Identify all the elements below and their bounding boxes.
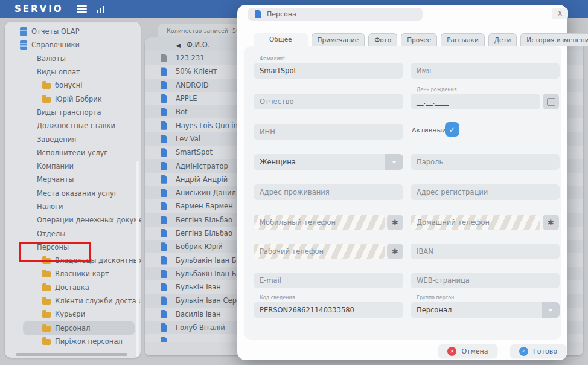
document-icon xyxy=(161,108,167,116)
active-checkbox[interactable] xyxy=(445,122,459,137)
chevron-down-icon[interactable] xyxy=(385,154,403,170)
gear-icon[interactable] xyxy=(543,215,559,230)
bar-chart-icon[interactable] xyxy=(97,5,104,13)
cancel-button[interactable]: Отмена xyxy=(438,344,497,358)
app-logo[interactable]: SERVIO xyxy=(14,4,63,15)
sidebar-item-label: Справочники xyxy=(31,40,80,49)
patronymic-field[interactable]: Отчество xyxy=(254,94,403,109)
sidebar-vertical-scrollbar[interactable] xyxy=(136,161,139,358)
sidebar-item[interactable]: Заведения xyxy=(5,132,141,146)
work-phone-field[interactable]: Рабочий телефон xyxy=(254,244,385,259)
address-registration-field[interactable]: Адрес регистрации xyxy=(411,184,560,200)
surname-field[interactable]: SmartSpot xyxy=(254,63,403,79)
sidebar-item[interactable]: Виды транспорта xyxy=(5,106,141,119)
sidebar-item[interactable]: бонусні xyxy=(5,79,141,92)
sidebar-item[interactable]: Компании xyxy=(5,160,141,173)
work-phone-placeholder: Рабочий телефон xyxy=(260,247,324,256)
sidebar-item[interactable]: Мерчанты xyxy=(5,173,141,186)
done-button[interactable]: Готово xyxy=(510,344,566,358)
mobile-phone-field[interactable]: Мобильный телефон xyxy=(254,215,385,230)
info-code-field[interactable]: PERSON268621140333580 xyxy=(254,302,403,318)
tab-label: История изменений xyxy=(526,36,588,44)
app-screen: SERVIO Отчеты OLAP Справочники Валюты Ви… xyxy=(0,0,588,365)
sidebar-item[interactable]: Отчеты OLAP xyxy=(5,25,141,38)
person-group-label: Группа персон xyxy=(417,295,454,300)
sidebar-item[interactable]: Персоны xyxy=(5,241,141,254)
sidebar-item-icon xyxy=(42,299,51,305)
sidebar-item[interactable]: Отделы xyxy=(5,227,141,240)
name-placeholder: Имя xyxy=(417,66,431,75)
web-page-field[interactable]: WEB-страница xyxy=(411,273,560,288)
sidebar-item-label: Места оказания услуг xyxy=(37,189,118,198)
tab[interactable]: Прочее xyxy=(401,33,437,46)
tab[interactable]: Дети xyxy=(488,33,517,46)
tab[interactable]: Общее xyxy=(254,33,308,46)
sidebar-item[interactable]: Владельцы дисконтных карт xyxy=(5,254,141,267)
sidebar-item[interactable]: Пиріжок персонал xyxy=(5,335,141,348)
menu-icon[interactable] xyxy=(77,5,87,13)
list-item-label: Беггінз Більбао xyxy=(176,229,232,237)
tab[interactable]: Рассылки xyxy=(441,33,484,46)
document-icon xyxy=(161,81,167,89)
sidebar-item[interactable]: Персонал xyxy=(23,321,135,335)
sidebar-item-label: Налоги xyxy=(37,202,63,211)
web-page-placeholder: WEB-страница xyxy=(417,276,470,285)
sidebar-item[interactable]: Должностные ставки xyxy=(5,119,141,132)
tab[interactable]: Примечание xyxy=(312,33,365,46)
close-button[interactable]: X xyxy=(552,8,568,19)
sidebar-item[interactable]: Исполнители услуг xyxy=(5,146,141,160)
address-residence-field[interactable]: Адрес проживания xyxy=(254,184,403,200)
sidebar-item[interactable]: Власники карт xyxy=(5,267,141,280)
sidebar-item-label: Мерчанты xyxy=(37,175,74,184)
address-residence-placeholder: Адрес проживания xyxy=(260,188,330,196)
sidebar-item[interactable]: Юрій Бобрик xyxy=(5,92,141,105)
person-group-select[interactable]: Персонал xyxy=(411,302,560,318)
chevron-down-icon[interactable] xyxy=(542,302,560,318)
list-item-label: 123 231 xyxy=(176,54,205,62)
password-field[interactable]: Пароль xyxy=(411,154,560,170)
sidebar-item-label: Должностные ставки xyxy=(37,121,115,130)
gear-icon[interactable] xyxy=(387,215,403,230)
list-item-label: Голуб Віталій xyxy=(176,323,225,332)
sidebar-item-label: Отделы xyxy=(37,230,65,238)
email-field[interactable]: E-mail xyxy=(254,273,403,288)
sidebar-item-label: Валюты xyxy=(37,54,66,63)
tab[interactable]: История изменений xyxy=(520,33,588,46)
sidebar-item-icon xyxy=(42,312,51,318)
inn-placeholder: ИНН xyxy=(260,128,275,136)
sidebar-item[interactable]: Налоги xyxy=(5,200,141,213)
sidebar-item-label: Виды оплат xyxy=(37,68,80,76)
list-item-label: Адміністратор xyxy=(176,162,228,170)
sidebar-item-label: Исполнители услуг xyxy=(37,149,107,157)
gear-icon[interactable] xyxy=(387,244,403,259)
document-icon xyxy=(161,135,167,143)
sidebar-item-label: Персоны xyxy=(37,243,69,251)
sidebar-item[interactable]: Курьєри xyxy=(5,308,141,321)
sidebar-item-label: Персонал xyxy=(55,324,90,332)
tab-label: Фото xyxy=(374,36,391,44)
document-icon xyxy=(161,148,167,157)
name-field[interactable]: Имя xyxy=(411,63,560,79)
calendar-icon[interactable] xyxy=(543,94,559,109)
iban-field[interactable]: IBAN xyxy=(411,244,560,259)
sidebar-item[interactable]: Справочники xyxy=(5,38,141,51)
sidebar-item-icon xyxy=(42,339,51,345)
list-item-label: Бульбакін Іван Біль xyxy=(176,256,247,265)
document-icon xyxy=(161,229,167,237)
home-phone-field[interactable]: Домашний телефон xyxy=(411,215,540,230)
sidebar-item[interactable]: Валюты xyxy=(5,52,141,65)
gender-select[interactable]: Женщина xyxy=(254,154,403,170)
password-placeholder: Пароль xyxy=(417,158,443,166)
sidebar-item[interactable]: Клієнти служби доставки xyxy=(5,294,141,308)
document-icon xyxy=(161,337,167,342)
inn-field[interactable]: ИНН xyxy=(254,124,403,140)
sidebar-item[interactable]: Операции денежных документов xyxy=(5,213,141,227)
sidebar-item-icon xyxy=(42,83,51,89)
sidebar-item[interactable]: Места оказания услуг xyxy=(5,187,141,200)
sidebar-item[interactable]: Доставка xyxy=(5,281,141,294)
sidebar-horizontal-scrollbar[interactable] xyxy=(16,353,127,356)
birthday-field[interactable]: __.__.____ xyxy=(411,94,540,109)
sidebar-item[interactable]: Виды оплат xyxy=(5,65,141,79)
tab[interactable]: Фото xyxy=(368,33,397,46)
collapse-left-icon[interactable] xyxy=(176,40,181,49)
